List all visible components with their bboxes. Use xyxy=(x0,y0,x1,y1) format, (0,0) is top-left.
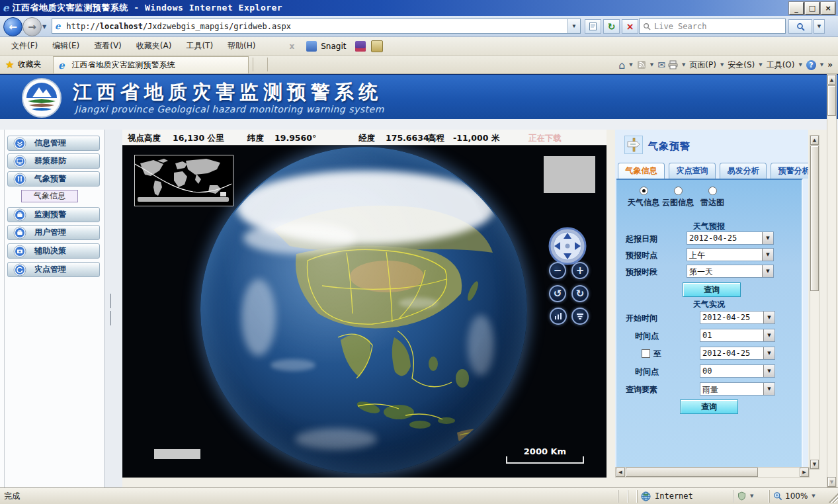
forecast-query-button[interactable]: 查询 xyxy=(683,282,741,297)
search-button[interactable] xyxy=(788,19,812,34)
sidebar-item-hazard-point-management[interactable]: 灾点管理 xyxy=(7,262,100,277)
search-options-dropdown[interactable]: ▼ xyxy=(814,19,825,34)
scroll-right-button[interactable]: ▶ xyxy=(800,468,809,477)
menu-help[interactable]: 帮助(H) xyxy=(220,38,263,54)
protected-mode-button[interactable]: ▼ xyxy=(733,490,769,503)
menu-file[interactable]: 文件(F) xyxy=(4,38,45,54)
url-field[interactable]: e http://localhost/Jxdzwebgis_mapgis/gri… xyxy=(52,19,581,34)
actual-end-date-select[interactable]: 2012-04-25▼ xyxy=(700,347,775,360)
earth-globe[interactable] xyxy=(200,147,527,474)
scroll-down-button[interactable]: ▼ xyxy=(810,460,819,469)
forecast-date-select[interactable]: 2012-04-25▼ xyxy=(687,231,774,245)
scroll-left-button[interactable]: ◀ xyxy=(616,468,625,477)
scroll-down-button[interactable]: ▼ xyxy=(827,477,836,487)
rotate-cw-button[interactable]: ↻ xyxy=(571,285,589,302)
rotate-ccw-button[interactable]: ↺ xyxy=(549,285,566,302)
until-checkbox[interactable] xyxy=(642,349,650,358)
dropdown-arrow-icon[interactable]: ▼ xyxy=(763,365,775,377)
tab-warning-analysis[interactable]: 预警分析 xyxy=(771,163,808,179)
favorites-star-icon[interactable]: ★ xyxy=(5,59,14,71)
tab-susceptibility-analysis[interactable]: 易发分析 xyxy=(720,163,767,179)
home-icon[interactable]: ⌂ xyxy=(618,59,625,71)
forecast-time-select[interactable]: 上午▼ xyxy=(687,248,774,261)
overview-world-map[interactable] xyxy=(134,155,233,206)
compatibility-view-button[interactable] xyxy=(585,19,601,34)
actual-end-hour-select[interactable]: 00▼ xyxy=(700,364,775,378)
stop-button[interactable]: × xyxy=(622,19,638,34)
radio-option-weather[interactable]: 天气信息 xyxy=(626,187,661,208)
radio-icon[interactable] xyxy=(640,187,648,195)
snagit-label[interactable]: Snagit xyxy=(321,42,346,51)
sidebar-item-weather-warning[interactable]: 气象预警 xyxy=(7,171,100,187)
tab-hazard-query[interactable]: 灾点查询 xyxy=(669,163,716,179)
print-icon[interactable] xyxy=(668,60,678,69)
query-element-select[interactable]: 雨量▼ xyxy=(700,382,775,396)
dropdown-arrow-icon[interactable]: ▼ xyxy=(763,347,775,359)
sidebar-item-decision-support[interactable]: 辅助决策 xyxy=(7,243,100,259)
radio-option-cloud-image[interactable]: 云图信息 xyxy=(660,187,696,208)
dropdown-arrow-icon[interactable]: ▼ xyxy=(762,249,773,261)
dropdown-arrow-icon[interactable]: ▼ xyxy=(762,265,773,277)
radio-icon[interactable] xyxy=(708,187,717,195)
scrollbar-thumb[interactable] xyxy=(810,146,819,291)
sidebar-item-info-management[interactable]: 信息管理 xyxy=(7,136,100,151)
tools-menu[interactable]: 工具(O) xyxy=(767,60,795,71)
zoom-in-button[interactable]: + xyxy=(571,262,589,279)
sidebar-item-group-prevention[interactable]: 群策群防 xyxy=(7,153,100,169)
close-button[interactable]: × xyxy=(821,2,835,15)
dropdown-arrow-icon[interactable]: ▼ xyxy=(763,312,775,323)
snagit-profile-icon[interactable] xyxy=(371,40,383,52)
page-vertical-scrollbar[interactable]: ▲ ▼ xyxy=(827,74,837,487)
history-dropdown-icon[interactable]: ▼ xyxy=(42,24,46,30)
scroll-up-button[interactable]: ▲ xyxy=(827,75,836,85)
search-input[interactable]: Live Search xyxy=(639,19,786,34)
scrollbar-thumb[interactable] xyxy=(827,85,836,116)
tilt-down-button[interactable] xyxy=(571,308,589,325)
panel-horizontal-scrollbar[interactable]: ◀ ▶ xyxy=(615,467,810,478)
maximize-button[interactable]: □ xyxy=(805,2,819,15)
menu-view[interactable]: 查看(V) xyxy=(87,38,129,54)
menu-edit[interactable]: 编辑(E) xyxy=(45,38,87,54)
actual-start-date-select[interactable]: 2012-04-25▼ xyxy=(700,311,775,324)
scroll-up-button[interactable]: ▲ xyxy=(810,136,819,145)
dropdown-arrow-icon[interactable]: ▼ xyxy=(763,383,775,395)
forward-button[interactable]: → xyxy=(22,17,42,36)
globe-viewport[interactable]: − + ↺ ↻ 2000 Km xyxy=(122,146,607,478)
forecast-period-select[interactable]: 第一天▼ xyxy=(687,265,774,278)
favorites-label[interactable]: 收藏夹 xyxy=(17,59,41,70)
read-mail-icon[interactable]: ✉ xyxy=(657,60,665,70)
tab-weather-info[interactable]: 气象信息 xyxy=(618,163,665,179)
zoom-out-button[interactable]: − xyxy=(549,262,566,279)
snagit-icon[interactable] xyxy=(306,41,317,52)
page-tab[interactable]: e 江西省地质灾害监测预警系统 xyxy=(53,56,249,73)
feeds-icon[interactable] xyxy=(637,60,646,69)
sidebar-item-user-management[interactable]: 用户管理 xyxy=(7,225,100,240)
safety-menu[interactable]: 安全(S) xyxy=(728,60,755,71)
menu-tools[interactable]: 工具(T) xyxy=(179,38,220,54)
actual-start-hour-select[interactable]: 01▼ xyxy=(700,329,775,342)
minimize-button[interactable]: _ xyxy=(789,2,804,15)
refresh-button[interactable]: ↻ xyxy=(603,19,620,34)
zoom-control[interactable]: 100% ▼ xyxy=(769,490,827,503)
page-menu[interactable]: 页面(P) xyxy=(689,60,716,71)
back-button[interactable]: ← xyxy=(3,17,22,36)
panel-vertical-scrollbar[interactable]: ▲ ▼ xyxy=(810,135,819,470)
tilt-up-button[interactable] xyxy=(550,308,567,325)
sidebar-item-monitoring-warning[interactable]: 监测预警 xyxy=(7,207,100,222)
toolbar-close-icon[interactable]: x xyxy=(289,42,294,51)
resize-grip[interactable] xyxy=(827,490,838,503)
scrollbar-thumb[interactable] xyxy=(626,468,758,477)
snagit-capture-icon[interactable] xyxy=(355,41,366,52)
radio-icon[interactable] xyxy=(674,187,683,195)
url-dropdown-button[interactable]: ▼ xyxy=(567,19,580,33)
dropdown-arrow-icon[interactable]: ▼ xyxy=(763,329,775,341)
sidebar-subitem-weather-info[interactable]: 气象信息 xyxy=(21,190,78,202)
menu-favorites[interactable]: 收藏夹(A) xyxy=(129,38,179,54)
pan-compass-control[interactable] xyxy=(548,227,587,265)
dropdown-arrow-icon[interactable]: ▼ xyxy=(762,232,773,244)
radio-option-radar[interactable]: 雷达图 xyxy=(694,187,730,208)
more-toolbar-icon[interactable]: » xyxy=(827,60,833,69)
help-icon[interactable]: ? xyxy=(806,60,816,70)
actual-query-button[interactable]: 查询 xyxy=(680,399,738,414)
splitter[interactable] xyxy=(105,130,122,487)
